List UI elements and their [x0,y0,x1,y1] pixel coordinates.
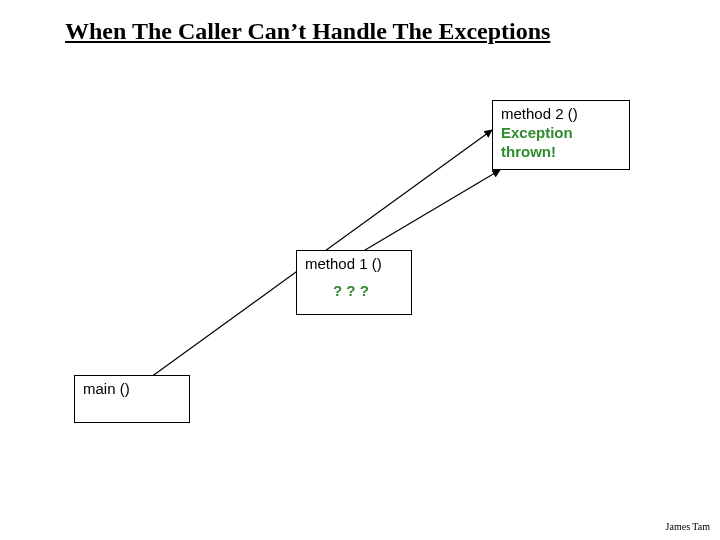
footer-credit: James Tam [666,521,710,532]
method1-question: ? ? ? [305,272,403,299]
method2-exception-line1: Exception [501,124,621,141]
box-main: main () [74,375,190,423]
slide-title: When The Caller Can’t Handle The Excepti… [65,18,550,45]
method2-label: method 2 () [501,105,621,122]
method1-label: method 1 () [305,255,403,272]
svg-line-1 [360,170,500,253]
box-method1: method 1 () ? ? ? [296,250,412,315]
method2-exception-line2: thrown! [501,143,621,160]
main-label: main () [83,380,181,397]
box-method2: method 2 () Exception thrown! [492,100,630,170]
